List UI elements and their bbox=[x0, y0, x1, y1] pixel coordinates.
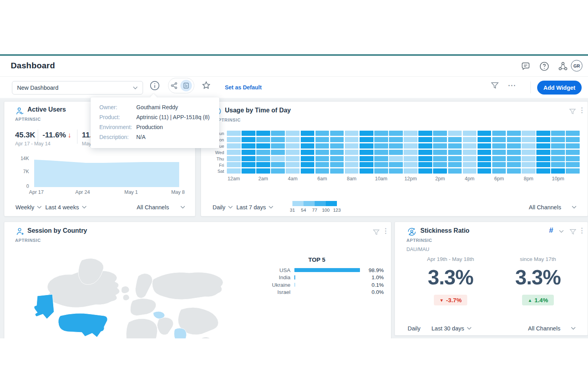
heatmap-cell bbox=[448, 137, 462, 142]
heatmap-cell bbox=[448, 168, 462, 174]
filter-icon[interactable] bbox=[489, 80, 500, 91]
heatmap-cell bbox=[301, 156, 315, 161]
heatmap-cell bbox=[330, 156, 344, 161]
info-row-label: Environment: bbox=[99, 124, 136, 130]
heatmap-cell bbox=[242, 131, 255, 136]
country-bar bbox=[294, 275, 295, 280]
feedback-icon[interactable] bbox=[520, 61, 531, 71]
widget-title: Stickiness Ratio bbox=[420, 227, 470, 234]
bar-track bbox=[294, 275, 361, 280]
community-icon[interactable] bbox=[558, 61, 568, 71]
heatmap-cell bbox=[433, 162, 447, 167]
heatmap-cell bbox=[242, 137, 255, 142]
heatmap-cell bbox=[463, 168, 477, 174]
heatmap-cell bbox=[507, 168, 521, 174]
stickiness-delta-value: -3.7% bbox=[446, 297, 462, 303]
legend-tick-label: 123 bbox=[333, 208, 340, 212]
heatmap-cell bbox=[404, 162, 418, 167]
widget-filter-icon[interactable] bbox=[569, 108, 576, 117]
heatmap-cell bbox=[492, 150, 506, 155]
heatmap-hour-label: 12pm bbox=[404, 176, 417, 182]
info-row-value: Aptrinsic (11) | APP-1518q (8) bbox=[136, 114, 210, 120]
widget-kebab-icon[interactable]: ⋮ bbox=[578, 226, 585, 235]
heatmap-cell bbox=[374, 162, 388, 167]
date-range-dropdown[interactable]: Last 4 weeks bbox=[45, 204, 87, 210]
dashboard-selector-value: New Dashboard bbox=[17, 85, 133, 91]
heatmap-cell bbox=[448, 162, 462, 167]
channels-dropdown[interactable]: All Channels bbox=[529, 204, 576, 210]
granularity-dropdown[interactable]: Weekly bbox=[15, 204, 42, 210]
stickiness-period: Apr 19th - May 18th bbox=[407, 256, 494, 262]
top5-row: India1.0% bbox=[261, 275, 384, 280]
heatmap-cell bbox=[374, 156, 388, 161]
set-as-default-link[interactable]: Set as Default bbox=[225, 84, 262, 91]
heatmap-cell bbox=[418, 168, 432, 174]
x-tick: Apr 24 bbox=[75, 189, 90, 195]
heatmap-cell bbox=[418, 143, 432, 149]
heatmap-cell bbox=[345, 168, 359, 174]
user-avatar[interactable]: GR bbox=[571, 60, 582, 71]
channels-dropdown[interactable]: All Channels bbox=[528, 325, 576, 332]
stickiness-delta-value: 1.4% bbox=[534, 297, 548, 303]
heatmap-cell bbox=[478, 162, 491, 167]
heatmap-cell bbox=[522, 143, 536, 149]
heatmap-cell bbox=[433, 131, 447, 136]
channels-dropdown[interactable]: All Channels bbox=[137, 204, 185, 210]
widget-kebab-icon[interactable]: ⋮ bbox=[382, 227, 389, 235]
heatmap-cell bbox=[389, 156, 403, 161]
heatmap-cell bbox=[374, 131, 388, 136]
heatmap-cell bbox=[227, 168, 241, 174]
help-icon[interactable] bbox=[539, 61, 549, 71]
heatmap-cell bbox=[507, 131, 521, 136]
favorite-star-icon[interactable] bbox=[201, 80, 212, 91]
page-title: Dashboard bbox=[11, 61, 55, 70]
dashboard-selector[interactable]: New Dashboard bbox=[12, 81, 143, 95]
heatmap-cell bbox=[374, 137, 388, 142]
heatmap-cell bbox=[315, 156, 329, 161]
chevron-down-icon[interactable] bbox=[559, 230, 564, 233]
heatmap-cell bbox=[433, 143, 447, 149]
number-format-toggle[interactable]: # bbox=[549, 226, 553, 235]
country-bar bbox=[294, 283, 295, 287]
heatmap-cell bbox=[227, 143, 241, 149]
heatmap-cell bbox=[389, 162, 403, 167]
date-range-dropdown[interactable]: Last 30 days bbox=[431, 325, 472, 332]
heatmap-cell bbox=[271, 131, 285, 136]
add-widget-button[interactable]: Add Widget bbox=[537, 81, 582, 95]
granularity-label[interactable]: Daily bbox=[408, 325, 420, 332]
heatmap-cell bbox=[360, 150, 373, 155]
heatmap-cell bbox=[551, 162, 565, 167]
usage-heatmap bbox=[227, 131, 580, 174]
heatmap-cell bbox=[492, 168, 506, 174]
heatmap-day-label: Wed bbox=[208, 150, 224, 155]
bar-track bbox=[294, 283, 361, 287]
heatmap-cell bbox=[478, 168, 491, 174]
stickiness-period: since May 17th bbox=[494, 256, 582, 262]
heatmap-cell bbox=[551, 137, 565, 142]
heatmap-cell bbox=[315, 150, 329, 155]
heatmap-cell bbox=[242, 156, 255, 161]
heatmap-cell bbox=[448, 150, 462, 155]
widget-filter-icon[interactable] bbox=[569, 228, 577, 238]
copy-dashboard-icon[interactable] bbox=[180, 80, 192, 91]
info-icon[interactable] bbox=[149, 80, 160, 91]
x-tick: Apr 17 bbox=[29, 189, 44, 195]
heatmap-cell bbox=[478, 143, 491, 149]
heatmap-cell bbox=[315, 162, 329, 167]
heatmap-cell bbox=[360, 143, 373, 149]
heatmap-cell bbox=[492, 131, 506, 136]
heatmap-cell bbox=[256, 137, 270, 142]
date-range-dropdown[interactable]: Last 7 days bbox=[236, 204, 273, 210]
widget-filter-icon[interactable] bbox=[372, 228, 380, 238]
heatmap-cell bbox=[507, 137, 521, 142]
stickiness-delta-badge: ▼-3.7% bbox=[434, 295, 467, 305]
toolbar-divider bbox=[530, 81, 531, 93]
more-options-icon[interactable]: ⋯ bbox=[506, 80, 518, 91]
share-icon[interactable] bbox=[170, 82, 178, 89]
granularity-dropdown[interactable]: Daily bbox=[213, 204, 233, 210]
widget-kebab-icon[interactable]: ⋮ bbox=[578, 106, 585, 114]
bar-track bbox=[294, 290, 361, 294]
heatmap-cell bbox=[418, 162, 432, 167]
legend-tick-label: 54 bbox=[301, 208, 306, 212]
y-tick: 0 bbox=[16, 183, 29, 189]
